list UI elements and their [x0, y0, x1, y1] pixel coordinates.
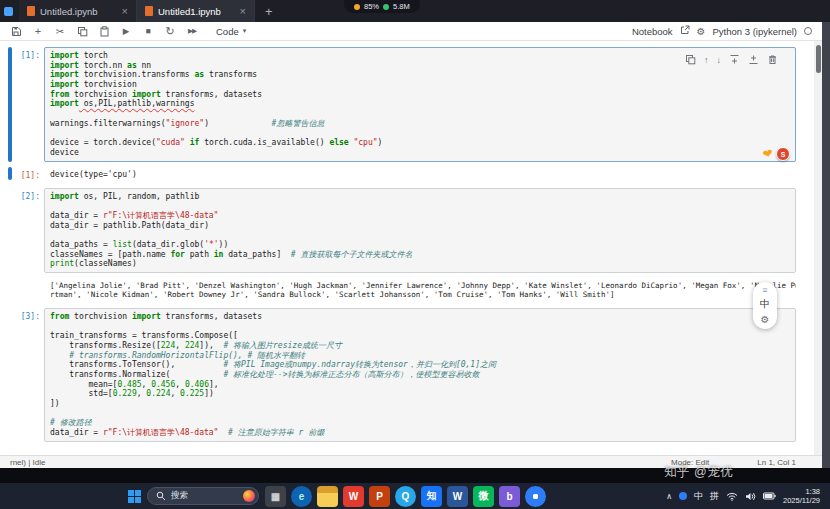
- tray-expand-icon[interactable]: ∧: [666, 492, 672, 501]
- notebook-toolbar: + ✂ ▶ ■ ↻ ▶▶ Code ▾ Notebook ⚙ Python 3 …: [0, 22, 822, 41]
- download-icon: [354, 4, 360, 10]
- speed-icon: [383, 4, 389, 10]
- search-daily-icon[interactable]: [243, 490, 255, 502]
- notebook-file-icon: [145, 6, 153, 16]
- notebook-file-icon: [27, 6, 35, 16]
- scrollbar-thumb[interactable]: [816, 45, 821, 73]
- taskbar: 搜索 ▦eWPQ知W微b ∧ 中 拼 1:38 2025/11/29: [0, 483, 830, 509]
- taskbar-apps: ▦eWPQ知W微b: [265, 486, 546, 507]
- execution-count: [1]:: [14, 47, 44, 162]
- system-tray: ∧ 中 拼 1:38 2025/11/29: [666, 487, 830, 505]
- execution-count: [1]:: [14, 167, 44, 180]
- output-area: ['Angelina Jolie', 'Brad Pitt', 'Denzel …: [8, 278, 796, 300]
- overlay-percent: 85%: [364, 2, 379, 11]
- kernel-name[interactable]: Python 3 (ipykernel): [713, 26, 797, 37]
- reaction-badges: ❤ S: [763, 147, 790, 161]
- ime-mode[interactable]: 拼: [710, 490, 719, 503]
- new-tab-button[interactable]: +: [255, 4, 283, 19]
- tab-close-icon[interactable]: ×: [240, 6, 246, 16]
- tab-title: Untitled1.ipynb: [158, 6, 235, 17]
- duplicate-cell-button[interactable]: [685, 51, 696, 69]
- overlay-speed: 5.8M: [393, 2, 410, 11]
- heart-icon: ❤: [761, 146, 774, 162]
- execution-count: [2]:: [14, 188, 44, 274]
- start-button[interactable]: [128, 490, 141, 503]
- app-zhihu-blue[interactable]: 知: [421, 486, 442, 507]
- app-purple-b[interactable]: b: [499, 486, 520, 507]
- speed-overlay: 85% 5.8M: [344, 0, 420, 13]
- widget-gear-icon[interactable]: ⚙: [761, 314, 770, 325]
- cell-collapser[interactable]: [8, 278, 12, 300]
- watermark: 知乎 @宠优: [664, 464, 733, 481]
- tray-date: 2025/11/29: [783, 496, 820, 505]
- cell-toolbar: ↑ ↓: [685, 51, 778, 69]
- cell-collapser[interactable]: [8, 188, 12, 274]
- drag-handle-icon[interactable]: ≡: [762, 286, 767, 294]
- restart-kernel-button[interactable]: ↻: [164, 25, 176, 37]
- browser-tab-untitled1[interactable]: Untitled1.ipynb ×: [137, 0, 255, 22]
- code-editor[interactable]: from torchvision import transforms, data…: [44, 308, 796, 442]
- window-edge: [822, 22, 830, 468]
- kernel-status-text: rnel) | Idle: [10, 458, 45, 467]
- delete-cell-button[interactable]: [767, 51, 778, 69]
- notebook-cells: [1]:import torchimport torch.nn as nnimp…: [8, 47, 796, 442]
- search-icon: [156, 491, 166, 501]
- code-editor[interactable]: import torchimport torch.nn as nnimport …: [44, 47, 796, 162]
- cut-cells-button[interactable]: ✂: [54, 25, 66, 37]
- app-qq-blue[interactable]: Q: [395, 486, 416, 507]
- app-orange-p[interactable]: P: [369, 486, 390, 507]
- cursor-position[interactable]: Ln 1, Col 1: [757, 458, 796, 467]
- translate-icon[interactable]: 中: [760, 297, 770, 311]
- move-cell-up-button[interactable]: ↑: [704, 55, 709, 65]
- notebook-area: [1]:import torchimport torch.nn as nnimp…: [0, 41, 816, 455]
- settings-gear-icon[interactable]: ⚙: [697, 26, 706, 37]
- paste-cells-button[interactable]: [98, 25, 110, 37]
- taskbar-clock[interactable]: 1:38 2025/11/29: [783, 487, 820, 505]
- app-blue-circle[interactable]: [525, 486, 546, 507]
- chevron-down-icon: ▾: [243, 27, 247, 35]
- desktop-screen: Untitled.ipynb × Untitled1.ipynb × + 85%…: [0, 0, 830, 509]
- code-cell: [3]:from torchvision import transforms, …: [8, 308, 796, 442]
- taskbar-search[interactable]: 搜索: [147, 487, 259, 505]
- app-wechat-green[interactable]: 微: [473, 486, 494, 507]
- battery-icon[interactable]: [763, 492, 776, 500]
- code-cell: [1]:import torchimport torch.nn as nnimp…: [8, 47, 796, 162]
- s-badge-icon: S: [776, 147, 790, 161]
- restart-run-all-button[interactable]: ▶▶: [186, 25, 198, 37]
- cell-collapser[interactable]: [8, 47, 12, 162]
- stop-button[interactable]: ■: [142, 25, 154, 37]
- copy-cells-button[interactable]: [76, 25, 88, 37]
- tab-close-icon[interactable]: ×: [122, 6, 128, 16]
- wifi-icon[interactable]: [726, 492, 738, 501]
- code-editor[interactable]: import os, PIL, random, pathlib data_dir…: [44, 188, 796, 274]
- search-label: 搜索: [171, 490, 188, 502]
- notebook-mode-label: Notebook: [632, 26, 673, 37]
- app-word-blue[interactable]: W: [447, 486, 468, 507]
- notebook-scrollbar[interactable]: [814, 41, 822, 455]
- cell-collapser[interactable]: [8, 167, 12, 180]
- external-link-icon[interactable]: [680, 25, 690, 37]
- app-icon-dark-grid[interactable]: ▦: [265, 486, 286, 507]
- app-edge-browser[interactable]: e: [291, 486, 312, 507]
- window-app-icon: [4, 7, 13, 16]
- save-button[interactable]: [10, 25, 22, 37]
- ime-language[interactable]: 中: [694, 490, 703, 503]
- output-area: [1]:device(type='cpu'): [8, 167, 796, 180]
- browser-tab-untitled[interactable]: Untitled.ipynb ×: [19, 0, 137, 22]
- insert-cell-below-button[interactable]: [748, 51, 759, 69]
- cell-type-dropdown[interactable]: Code ▾: [216, 26, 246, 37]
- cell-collapser[interactable]: [8, 308, 12, 442]
- app-file-explorer-folder[interactable]: [317, 486, 338, 507]
- volume-icon[interactable]: [745, 492, 756, 501]
- insert-cell-above-button[interactable]: [729, 51, 740, 69]
- output-text: device(type='cpu'): [44, 167, 796, 180]
- tray-blue-app-icon[interactable]: [679, 492, 687, 500]
- execution-count: [3]:: [14, 308, 44, 442]
- insert-cell-button[interactable]: +: [32, 25, 44, 37]
- move-cell-down-button[interactable]: ↓: [717, 55, 722, 65]
- code-cell: [2]:import os, PIL, random, pathlib data…: [8, 188, 796, 274]
- translate-float-widget[interactable]: ≡ 中 ⚙: [753, 282, 777, 329]
- run-button[interactable]: ▶: [120, 25, 132, 37]
- output-text: ['Angelina Jolie', 'Brad Pitt', 'Denzel …: [44, 278, 796, 300]
- app-wps-red[interactable]: W: [343, 486, 364, 507]
